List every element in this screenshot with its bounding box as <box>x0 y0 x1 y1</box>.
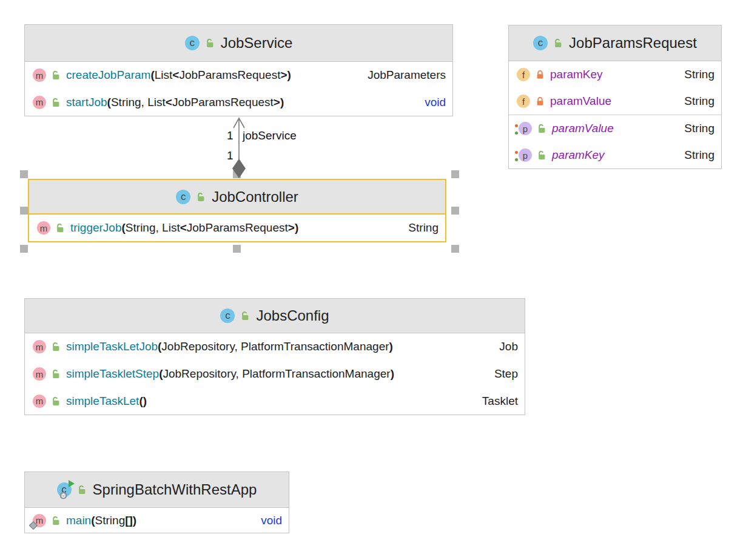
edge-name-label: jobService <box>243 129 297 142</box>
selection-handle-bottom-left[interactable] <box>20 245 28 253</box>
lock-open-icon <box>52 98 61 107</box>
selection-handle-top-right[interactable] <box>451 170 459 178</box>
method-params: (String[]) <box>91 514 136 527</box>
method-name: simpleTaskLet <box>66 395 139 408</box>
method-name: simpleTaskletStep <box>66 367 159 381</box>
return-type: void <box>252 514 282 527</box>
field-icon: f <box>517 68 530 81</box>
lock-open-icon <box>554 38 563 48</box>
method-params: (String, List<JobParamsRequest>) <box>122 221 299 235</box>
method-icon-letter: m <box>36 70 44 81</box>
class-icon-letter: c <box>189 37 195 49</box>
method-icon: m <box>37 221 50 235</box>
method-row[interactable]: m simpleTaskLetJob(JobRepository, Platfo… <box>25 333 525 361</box>
class-box-jobparamsrequest[interactable]: c JobParamsRequest f paramKey String f p… <box>508 25 722 169</box>
method-row[interactable]: m triggerJob(String, List<JobParamsReque… <box>29 215 445 241</box>
method-row[interactable]: m main(String[]) void <box>25 508 289 533</box>
class-box-jobsconfig[interactable]: c JobsConfig m simpleTaskLetJob(JobRepos… <box>24 298 525 415</box>
return-type: String <box>400 221 439 235</box>
field-row[interactable]: f paramKey String <box>509 61 721 88</box>
lock-open-icon <box>52 342 61 352</box>
selection-handle-top-mid[interactable] <box>233 170 241 178</box>
return-type: void <box>416 96 446 109</box>
class-box-springbatchwithrestapp[interactable]: c SpringBatchWithRestApp m main(String[]… <box>24 472 289 533</box>
method-params: (String, List<JobParamsRequest>) <box>107 96 284 109</box>
lock-open-icon <box>78 485 87 495</box>
method-name: simpleTaskLetJob <box>66 340 158 353</box>
lock-open-icon <box>56 223 65 233</box>
method-row[interactable]: m simpleTaskLet() Tasklet <box>25 387 525 415</box>
class-icon: c <box>185 36 200 50</box>
class-box-jobcontroller[interactable]: c JobController m triggerJob(String, Lis… <box>28 179 446 242</box>
property-row[interactable]: p paramValue String <box>509 115 721 142</box>
class-icon: c <box>176 190 190 204</box>
lock-closed-icon <box>536 96 545 106</box>
property-row[interactable]: p paramKey String <box>509 142 721 168</box>
class-icon-letter: c <box>225 310 230 322</box>
method-name: startJob <box>66 96 107 109</box>
method-icon: m <box>33 96 46 109</box>
method-icon: m <box>33 395 46 408</box>
class-header: c JobsConfig <box>25 299 525 333</box>
selection-handle-bottom-right[interactable] <box>451 245 459 253</box>
static-method-icon: m <box>33 514 46 527</box>
class-icon: c <box>533 36 548 50</box>
return-type: Tasklet <box>474 395 518 408</box>
field-row[interactable]: f paramValue String <box>509 88 721 115</box>
class-title: JobController <box>212 188 298 205</box>
field-name: paramValue <box>550 95 611 108</box>
class-header: c SpringBatchWithRestApp <box>25 472 289 508</box>
return-type: Job <box>491 340 518 353</box>
field-name: paramKey <box>550 68 603 81</box>
return-type: JobParameters <box>359 68 446 82</box>
property-icon-letter: p <box>523 124 528 134</box>
return-type: Step <box>486 367 518 381</box>
getter-dot-icon <box>515 151 518 154</box>
method-icon-letter: m <box>40 223 48 233</box>
class-box-jobservice[interactable]: c JobService m createJobParam(List<JobPa… <box>24 24 453 116</box>
selection-handle-mid-left[interactable] <box>20 207 28 215</box>
lock-closed-icon <box>536 70 545 79</box>
class-title: JobService <box>221 35 293 52</box>
field-icon-letter: f <box>522 70 525 80</box>
class-header: c JobService <box>25 25 452 62</box>
method-row[interactable]: m startJob(String, List<JobParamsRequest… <box>25 89 452 116</box>
field-icon: f <box>517 95 530 108</box>
lock-open-icon <box>206 38 215 48</box>
method-icon-letter: m <box>36 515 44 525</box>
field-type: String <box>676 95 714 108</box>
method-row[interactable]: m simpleTaskletStep(JobRepository, Platf… <box>25 361 525 388</box>
class-icon-letter: c <box>538 37 543 49</box>
getter-dot-icon <box>515 124 518 127</box>
class-title: SpringBatchWithRestApp <box>93 481 257 498</box>
lock-open-icon <box>52 70 61 80</box>
method-name: createJobParam <box>66 68 150 82</box>
selection-handle-top-left[interactable] <box>20 170 28 178</box>
property-name: paramKey <box>552 148 605 162</box>
method-row[interactable]: m createJobParam(List<JobParamsRequest>)… <box>25 62 452 89</box>
method-icon-letter: m <box>36 369 44 379</box>
run-triangle-icon <box>69 480 75 487</box>
lock-open-icon <box>537 124 546 133</box>
selection-handle-bottom-mid[interactable] <box>233 245 241 253</box>
property-type: String <box>676 122 714 135</box>
selection-handle-mid-right[interactable] <box>451 207 459 215</box>
class-header: c JobParamsRequest <box>509 25 721 61</box>
property-icon-letter: p <box>523 150 528 161</box>
field-icon-letter: f <box>522 96 525 107</box>
property-name: paramValue <box>552 122 614 135</box>
class-title: JobsConfig <box>256 307 329 324</box>
method-params: (List<JobParamsRequest>) <box>150 68 291 82</box>
class-header: c JobController <box>29 180 445 215</box>
method-icon-letter: m <box>36 97 44 107</box>
lock-open-icon <box>52 516 61 525</box>
run-config-gear-icon <box>59 492 67 499</box>
lock-open-icon <box>241 311 250 321</box>
arrowhead-icon <box>234 118 244 128</box>
edge-multiplicity-lower: 1 <box>227 149 234 162</box>
runnable-class-icon: c <box>57 482 72 497</box>
lock-open-icon <box>197 192 206 202</box>
lock-open-icon <box>537 150 546 160</box>
method-icon-letter: m <box>36 342 44 352</box>
lock-open-icon <box>52 396 61 406</box>
